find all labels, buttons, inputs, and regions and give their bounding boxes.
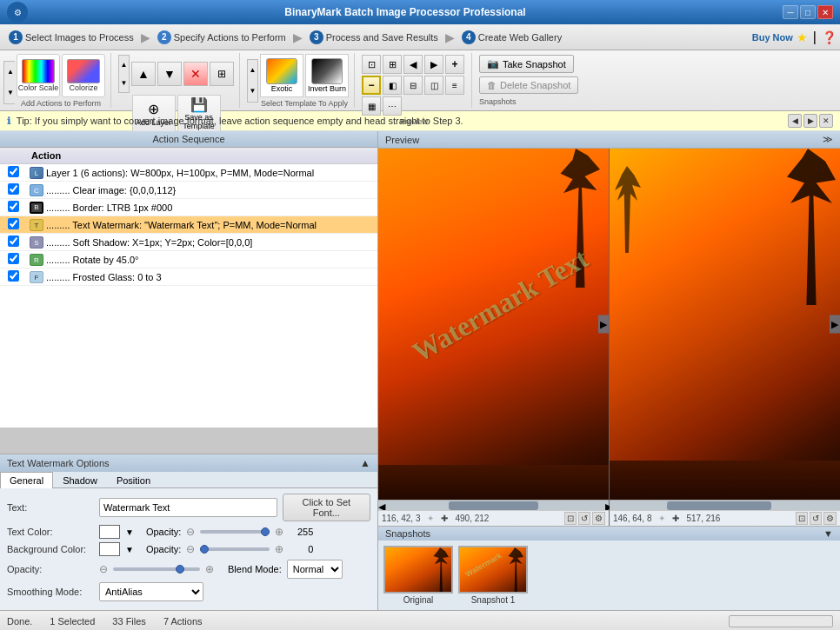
left-icons: ⊡ ↺ ⚙: [564, 512, 605, 525]
table-row[interactable]: F ......... Frosted Glass: 0 to 3: [0, 269, 377, 286]
scroll-down-btn[interactable]: ▼: [4, 83, 17, 103]
seq-scroll-up[interactable]: ▲: [119, 56, 129, 74]
exotic-button[interactable]: Exotic: [260, 54, 303, 97]
right-icon-3[interactable]: ⚙: [823, 512, 837, 525]
smoothing-select[interactable]: AntiAlias None High Quality: [99, 582, 203, 601]
preview-btn-12[interactable]: ⋯: [383, 96, 402, 116]
tip-btn-2[interactable]: ▶: [803, 114, 817, 128]
tip-btn-1[interactable]: ◀: [788, 114, 802, 128]
add-layer-button[interactable]: ⊕ Add Layer: [132, 95, 176, 133]
tab-position[interactable]: Position: [107, 472, 160, 488]
right-h-scroll-thumb[interactable]: [667, 501, 770, 510]
right-icon-1[interactable]: ⊡: [796, 512, 808, 525]
minus-icon-3[interactable]: ⊖: [99, 563, 108, 575]
move-down-button[interactable]: ▼: [157, 62, 182, 86]
preview-btn-10[interactable]: ≡: [445, 76, 464, 95]
text-color-dropdown-icon[interactable]: ▼: [125, 527, 134, 537]
row-7-checkbox[interactable]: [8, 270, 19, 282]
bg-opacity-slider[interactable]: [200, 547, 270, 551]
snapshot-original[interactable]: Original: [383, 546, 453, 605]
preview-btn-7[interactable]: ◧: [383, 76, 402, 95]
plus-icon-3[interactable]: ⊕: [205, 563, 214, 575]
tip-close-btn[interactable]: ✕: [819, 114, 833, 128]
row-5-icon: S: [30, 236, 43, 249]
table-row[interactable]: T ......... Text Watermark: "Watermark T…: [0, 216, 377, 234]
scroll-up-btn[interactable]: ▲: [4, 62, 17, 83]
snapshot-1[interactable]: Watermark Snapshot 1: [458, 546, 528, 605]
left-icon-2[interactable]: ↺: [578, 512, 590, 525]
preview-btn-8[interactable]: ⊟: [403, 76, 423, 95]
step-2[interactable]: 2 Specify Actions to Perform: [152, 29, 291, 46]
table-row[interactable]: L Layer 1 (6 actions): W=800px, H=100px,…: [0, 164, 377, 182]
minus-icon-1[interactable]: ⊖: [186, 526, 195, 538]
bg-color-swatch[interactable]: [99, 542, 120, 556]
table-row[interactable]: C ......... Clear image: {0,0,0,112}: [0, 182, 377, 199]
table-row[interactable]: R ......... Rotate by 45.0°: [0, 251, 377, 269]
row-5-checkbox[interactable]: [8, 235, 19, 247]
blend-mode-select[interactable]: Normal Multiply Screen Overlay: [287, 560, 343, 579]
zoom-prev-button[interactable]: ◀: [403, 55, 423, 74]
zoom-fit-button[interactable]: ⊡: [362, 55, 381, 74]
help-icon[interactable]: ❓: [822, 30, 837, 44]
right-preview-scroll[interactable]: ▶: [830, 315, 840, 334]
grid-button[interactable]: ⊞: [210, 62, 234, 86]
buy-now-button[interactable]: Buy Now: [752, 32, 793, 43]
opacity-slider[interactable]: [113, 567, 200, 571]
template-scroll-up[interactable]: ▲: [248, 60, 257, 81]
maximize-button[interactable]: □: [800, 5, 816, 19]
row-4-checkbox[interactable]: [8, 218, 19, 229]
options-collapse-icon[interactable]: ▲: [360, 457, 370, 469]
minus-icon-2[interactable]: ⊖: [186, 543, 195, 555]
left-coords: 116, 42, 3: [382, 514, 420, 523]
zoom-next-button[interactable]: ▶: [424, 55, 443, 74]
close-button[interactable]: ✕: [817, 5, 833, 19]
seq-scroll-down[interactable]: ▼: [119, 74, 129, 92]
preview-scroll-right[interactable]: ▶: [598, 315, 609, 334]
template-scroll-down[interactable]: ▼: [248, 81, 257, 102]
move-up-button[interactable]: ▲: [131, 62, 156, 86]
plus-icon-1[interactable]: ⊕: [275, 526, 283, 538]
text-opacity-slider[interactable]: [200, 530, 270, 534]
left-h-scrollbar[interactable]: ◀ ▶: [378, 500, 609, 510]
row-3-icon: B: [30, 202, 43, 214]
row-6-checkbox[interactable]: [8, 253, 19, 264]
left-icon-1[interactable]: ⊡: [564, 512, 577, 525]
h-scroll-thumb[interactable]: [449, 501, 538, 510]
preview-btn-11[interactable]: ▦: [362, 96, 381, 116]
delete-action-button[interactable]: ✕: [183, 62, 208, 86]
row-5-text: ......... Soft Shadow: X=1px; Y=2px; Col…: [46, 237, 252, 248]
color-scale-button[interactable]: Color Scale: [17, 54, 60, 97]
preview-expand-icon[interactable]: ≫: [823, 134, 833, 145]
row-3-checkbox[interactable]: [8, 201, 19, 212]
smoothing-row: Smoothing Mode: AntiAlias None High Qual…: [7, 582, 370, 601]
plus-icon-2[interactable]: ⊕: [275, 543, 283, 555]
zoom-in-button[interactable]: +: [445, 55, 464, 74]
step-1[interactable]: 1 Select Images to Process: [3, 29, 139, 46]
step-4[interactable]: 4 Create Web Gallery: [457, 29, 567, 46]
step-3[interactable]: 3 Process and Save Results: [304, 29, 443, 46]
preview-btn-9[interactable]: ◫: [424, 76, 443, 95]
right-h-scrollbar[interactable]: [610, 500, 840, 510]
right-icon-2[interactable]: ↺: [810, 512, 822, 525]
text-input[interactable]: [99, 498, 277, 517]
snapshots-collapse-icon[interactable]: ▼: [823, 528, 833, 539]
row-1-checkbox[interactable]: [8, 166, 19, 177]
table-row[interactable]: B ......... Border: LTRB 1px #000: [0, 199, 377, 216]
save-template-button[interactable]: 💾 Save asTemplate: [177, 95, 221, 133]
left-icon-3[interactable]: ⚙: [592, 512, 605, 525]
invert-burn-button[interactable]: Invert Burn: [305, 54, 349, 97]
text-color-swatch[interactable]: [99, 525, 120, 539]
font-button[interactable]: Click to Set Font...: [283, 494, 370, 521]
colorize-button[interactable]: Colorize: [62, 54, 105, 97]
zoom-out-button[interactable]: −: [362, 76, 381, 95]
table-row[interactable]: S ......... Soft Shadow: X=1px; Y=2px; C…: [0, 234, 377, 251]
bg-color-dropdown-icon[interactable]: ▼: [125, 545, 134, 554]
tab-general[interactable]: General: [0, 472, 53, 488]
delete-snapshot-button[interactable]: 🗑 Delete Snapshot: [479, 76, 578, 94]
minimize-button[interactable]: ─: [783, 5, 798, 19]
take-snapshot-button[interactable]: 📷 Take Snapshot: [479, 55, 574, 73]
step-arrow-1: ▶: [141, 30, 150, 44]
zoom-actual-button[interactable]: ⊞: [383, 55, 402, 74]
row-2-checkbox[interactable]: [8, 183, 19, 195]
tab-shadow[interactable]: Shadow: [53, 472, 107, 488]
